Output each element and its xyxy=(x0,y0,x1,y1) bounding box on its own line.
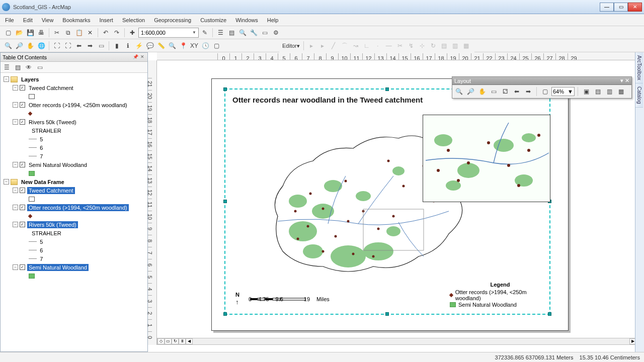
layer-label[interactable]: Otter records (>1994, <250m woodland) xyxy=(27,204,129,211)
scroll-left-icon[interactable]: ◀ xyxy=(186,338,193,344)
fixed-zoomin-icon[interactable]: ⛶ xyxy=(52,41,62,51)
maximize-button[interactable]: ▭ xyxy=(614,3,628,12)
endpoint-arc-icon[interactable]: ⌒ xyxy=(340,41,350,51)
layer-checkbox[interactable]: ✓ xyxy=(20,222,25,227)
layer-label[interactable]: Rivers 50k (Tweed) xyxy=(27,119,78,126)
north-arrow[interactable]: N↑ xyxy=(235,291,239,306)
data-driven-pages-icon[interactable]: ▥ xyxy=(604,86,614,97)
menu-view[interactable]: View xyxy=(42,17,54,23)
python-icon[interactable]: ▭ xyxy=(260,28,270,38)
data-frame[interactable]: − New Data Frame xyxy=(2,177,146,186)
layer-row[interactable]: − ✓ Semi Natural Woodland xyxy=(2,263,146,272)
change-layout-icon[interactable]: ▤ xyxy=(593,86,603,97)
menu-customize[interactable]: Customize xyxy=(200,17,226,23)
inset-map-frame[interactable] xyxy=(423,115,550,202)
expand-icon[interactable]: − xyxy=(4,179,9,185)
list-by-drawing-icon[interactable]: ☰ xyxy=(2,62,12,72)
copy-icon[interactable]: ⧉ xyxy=(63,28,73,38)
layout-zoomin-icon[interactable]: 🔍 xyxy=(454,86,464,97)
trace-icon[interactable]: ↝ xyxy=(351,41,361,51)
search-icon[interactable]: 🔍 xyxy=(237,28,248,38)
menu-geoprocessing[interactable]: Geoprocessing xyxy=(154,17,191,23)
save-icon[interactable]: 💾 xyxy=(25,28,35,38)
layout-toolbar[interactable]: Layout ▾ ✕ 🔍 🔎 ✋ ▭ ⚁ ⬅ ➡ ▢ 64%▼ xyxy=(452,76,632,99)
layer-row[interactable]: − ✓ Tweed Catchment xyxy=(2,83,146,92)
close-button[interactable]: ✕ xyxy=(628,3,642,12)
delete-icon[interactable]: ✕ xyxy=(85,28,95,38)
measure-icon[interactable]: 📏 xyxy=(156,41,166,51)
sketch-props-icon[interactable]: ▥ xyxy=(450,41,460,51)
prev-extent-icon[interactable]: ⬅ xyxy=(74,41,84,51)
symbol-row[interactable]: 6 xyxy=(2,246,146,254)
arctoolbox-tab[interactable]: ArcToolbox xyxy=(635,52,643,83)
layer-label[interactable]: Tweed Catchment xyxy=(27,187,75,194)
list-by-source-icon[interactable]: ▤ xyxy=(13,62,23,72)
html-popup-icon[interactable]: 💬 xyxy=(145,41,155,51)
print-icon[interactable]: 🖶 xyxy=(36,28,46,38)
cut-poly-icon[interactable]: ✂ xyxy=(395,41,405,51)
menu-file[interactable]: File xyxy=(5,17,14,23)
layout-canvas[interactable]: Otter records near woodland in the Tweed… xyxy=(157,60,637,337)
toggle-draft-icon[interactable]: ▢ xyxy=(540,86,550,97)
layer-row[interactable]: − ✓ Rivers 50k (Tweed) xyxy=(2,220,146,229)
symbol-row[interactable] xyxy=(2,92,146,101)
scale-bar[interactable]: 0 4.75 9.5 19 Miles xyxy=(248,295,330,302)
edit-tool-icon[interactable]: ▸ xyxy=(306,41,316,51)
layer-label[interactable]: Semi Natural Woodland xyxy=(27,161,89,168)
layer-checkbox[interactable]: ✓ xyxy=(20,162,25,167)
menu-windows[interactable]: Windows xyxy=(235,17,258,23)
resize-handle[interactable] xyxy=(548,312,551,316)
layout-view[interactable]: 0123456789101112131415161718192021222324… xyxy=(148,52,644,352)
layer-checkbox[interactable]: ✓ xyxy=(20,102,25,108)
data-view-button[interactable]: ◇ xyxy=(157,338,165,344)
expand-icon[interactable]: − xyxy=(13,102,18,108)
layout-zoomout-icon[interactable]: 🔎 xyxy=(465,86,475,97)
symbol-row[interactable]: 7 xyxy=(2,254,146,263)
edit-annotation-icon[interactable]: ▸ xyxy=(317,41,328,51)
identify-icon[interactable]: ℹ xyxy=(123,41,133,51)
refresh-icon[interactable]: ↻ xyxy=(172,338,179,344)
scale-input[interactable]: 1:600,000 ▼ xyxy=(138,28,199,38)
layout-toolbar-header[interactable]: Layout ▾ ✕ xyxy=(452,77,631,85)
dropdown-icon[interactable]: ▼ xyxy=(192,30,196,35)
map-title[interactable]: Otter records near woodland in the Tweed… xyxy=(232,96,423,104)
layer-label[interactable]: Semi Natural Woodland xyxy=(27,264,89,271)
layout-zoom-input[interactable]: 64%▼ xyxy=(551,87,575,96)
menu-bookmarks[interactable]: Bookmarks xyxy=(62,17,90,23)
time-slider-icon[interactable]: 🕓 xyxy=(200,41,210,51)
zoom-100-icon[interactable]: ⚁ xyxy=(500,86,510,97)
layer-checkbox[interactable]: ✓ xyxy=(20,205,25,210)
layer-label[interactable]: Tweed Catchment xyxy=(27,84,75,92)
layer-label[interactable]: Rivers 50k (Tweed) xyxy=(27,221,78,228)
expand-icon[interactable]: − xyxy=(13,205,18,210)
split-icon[interactable]: ⊹ xyxy=(417,41,427,51)
layer-checkbox[interactable]: ✓ xyxy=(20,85,25,90)
menu-help[interactable]: Help xyxy=(267,17,279,23)
layer-row[interactable]: − ✓ Otter records (>1994, <250m woodland… xyxy=(2,101,146,109)
symbol-row[interactable] xyxy=(2,109,146,118)
expand-icon[interactable]: − xyxy=(13,162,18,167)
fixed-zoomout-icon[interactable]: ⛶ xyxy=(63,41,73,51)
distance-icon[interactable]: — xyxy=(384,41,394,51)
catalog-tab[interactable]: Catalog xyxy=(635,83,643,107)
undo-icon[interactable]: ↶ xyxy=(101,28,111,38)
layer-checkbox[interactable]: ✓ xyxy=(20,188,25,193)
toc-tree[interactable]: − Layers − ✓ Tweed Catchment − ✓ Otter r… xyxy=(1,73,147,351)
symbol-row[interactable] xyxy=(2,169,146,177)
symbol-row[interactable]: 6 xyxy=(2,143,146,152)
layer-row[interactable]: − ✓ Semi Natural Woodland xyxy=(2,160,146,169)
zoom-whole-page-icon[interactable]: ▭ xyxy=(489,86,499,97)
layer-row[interactable]: − ✓ Otter records (>1994, <250m woodland… xyxy=(2,203,146,212)
go-prev-extent-icon[interactable]: ⬅ xyxy=(512,86,522,97)
expand-icon[interactable]: − xyxy=(13,188,18,193)
symbol-row[interactable]: 7 xyxy=(2,152,146,160)
hyperlink-icon[interactable]: ⚡ xyxy=(134,41,144,51)
resize-handle[interactable] xyxy=(223,312,227,316)
symbol-row[interactable]: 5 xyxy=(2,135,146,143)
redo-icon[interactable]: ↷ xyxy=(112,28,122,38)
resize-handle[interactable] xyxy=(385,312,389,316)
layout-pan-icon[interactable]: ✋ xyxy=(477,86,487,97)
add-data-icon[interactable]: ✚ xyxy=(127,28,137,38)
right-angle-icon[interactable]: ∟ xyxy=(362,41,372,51)
reshape-icon[interactable]: ↯ xyxy=(406,41,416,51)
